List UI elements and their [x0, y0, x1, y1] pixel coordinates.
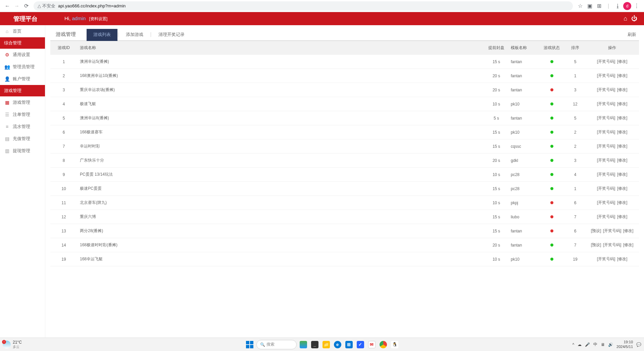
tabs: 游戏列表 添加游戏 清理开奖记录: [87, 29, 191, 40]
cell-name: 168极速赛车: [77, 125, 485, 139]
sidebar-section-general[interactable]: 综合管理: [0, 37, 45, 49]
sidebar-withdraw-mgmt[interactable]: ▥ 提现管理: [0, 145, 45, 157]
tab-clear-records[interactable]: 清理开奖记录: [152, 29, 191, 41]
cell-id: 6: [50, 125, 77, 139]
sidebar-account-mgmt[interactable]: 👤 账户管理: [0, 73, 45, 85]
page-header: 游戏管理 游戏列表 添加游戏 清理开奖记录 刷新: [50, 29, 639, 41]
power-icon[interactable]: ⏻: [631, 15, 637, 22]
top-header: 管理平台 Hi, admin [资料设置] ⌂ ⏻: [0, 12, 644, 25]
th-status: 游戏状态: [538, 41, 565, 55]
op-edit[interactable]: [修改]: [623, 243, 634, 247]
cell-ops: [开奖号码] [修改]: [585, 196, 639, 210]
op-edit[interactable]: [修改]: [617, 257, 628, 261]
sidebar-flow-mgmt[interactable]: ≡ 流水管理: [0, 121, 45, 133]
sidebar-item-label: 管理员管理: [13, 64, 35, 70]
op-preset[interactable]: [预设]: [591, 228, 601, 233]
sidebar-admin-mgmt[interactable]: 👥 管理员管理: [0, 61, 45, 73]
cell-name: 168幸运飞艇: [77, 252, 485, 266]
table-row: 4极速飞艇10 spk1012[开奖号码] [修改]: [50, 97, 639, 111]
op-lottery[interactable]: [开奖号码]: [597, 200, 615, 205]
cell-id: 13: [50, 224, 77, 238]
greeting: Hi, admin [资料设置]: [64, 15, 107, 22]
cell-ops: [开奖号码] [修改]: [585, 210, 639, 224]
op-edit[interactable]: [修改]: [617, 200, 628, 205]
browser-chrome: ← → ⟳ △ 不安全 api.yao666.cc/index.php?m=ad…: [0, 0, 644, 12]
sidebar-home[interactable]: ⌂ 首页: [0, 25, 45, 37]
op-edit[interactable]: [修改]: [617, 214, 628, 219]
op-lottery[interactable]: [开奖号码]: [597, 73, 615, 78]
op-edit[interactable]: [修改]: [617, 59, 628, 64]
cell-close: 10 s: [485, 97, 508, 111]
cell-name: 幸运时时彩: [77, 139, 485, 153]
sidebar-general-settings[interactable]: ⚙ 通用设置: [0, 49, 45, 61]
op-lottery[interactable]: [开奖号码]: [597, 172, 615, 177]
cell-name: 极速PC蛋蛋: [77, 182, 485, 196]
op-lottery[interactable]: [开奖号码]: [597, 101, 615, 106]
grid-icon: ▦: [4, 100, 10, 105]
tab-add-game[interactable]: 添加游戏: [119, 29, 150, 41]
cell-sort: 3: [565, 83, 585, 97]
sidebar-order-mgmt[interactable]: ☰ 注单管理: [0, 108, 45, 121]
sidebar-game-mgmt[interactable]: ▦ 游戏管理: [0, 96, 45, 108]
op-edit[interactable]: [修改]: [617, 158, 628, 163]
withdraw-icon: ▥: [4, 148, 10, 153]
forward-button[interactable]: →: [12, 1, 21, 11]
extension-icon[interactable]: ▣: [585, 1, 594, 11]
op-lottery[interactable]: [开奖号码]: [597, 257, 615, 261]
op-edit[interactable]: [修改]: [617, 186, 628, 191]
reload-button[interactable]: ⟳: [21, 1, 31, 11]
op-lottery[interactable]: [开奖号码]: [597, 116, 615, 120]
cell-tpl: fantan: [508, 83, 538, 97]
op-lottery[interactable]: [开奖号码]: [597, 186, 615, 191]
status-dot-icon: [550, 229, 553, 232]
profile-avatar[interactable]: d: [623, 1, 632, 11]
sidebar-section-game[interactable]: 游戏管理: [0, 85, 45, 96]
status-dot-icon: [550, 159, 553, 162]
op-edit[interactable]: [修改]: [623, 228, 634, 233]
table-row: 9PC蛋蛋 13/14玩法10 spc284[开奖号码] [修改]: [50, 168, 639, 182]
op-lottery[interactable]: [开奖号码]: [597, 130, 615, 134]
op-lottery[interactable]: [开奖号码]: [597, 59, 615, 64]
op-lottery[interactable]: [开奖号码]: [597, 158, 615, 163]
cell-ops: [开奖号码] [修改]: [585, 153, 639, 168]
op-lottery[interactable]: [开奖号码]: [597, 87, 615, 92]
cell-sort: 7: [565, 210, 585, 224]
home-icon[interactable]: ⌂: [624, 15, 627, 22]
op-edit[interactable]: [修改]: [617, 130, 628, 134]
op-edit[interactable]: [修改]: [617, 144, 628, 148]
cell-id: 5: [50, 111, 77, 125]
op-edit[interactable]: [修改]: [617, 73, 628, 78]
th-id: 游戏ID: [50, 41, 77, 55]
menu-icon[interactable]: ⋮: [632, 1, 641, 11]
op-lottery[interactable]: [开奖号码]: [597, 214, 615, 219]
deposit-icon: ▤: [4, 136, 10, 141]
cell-name: 168澳洲幸运10(番摊): [77, 69, 485, 83]
refresh-button[interactable]: 刷新: [625, 29, 639, 40]
greeting-user[interactable]: admin: [72, 15, 86, 21]
download-icon[interactable]: ⭳: [613, 1, 623, 11]
address-bar[interactable]: △ 不安全 api.yao666.cc/index.php?m=admin: [34, 1, 573, 11]
op-edit[interactable]: [修改]: [617, 101, 628, 106]
star-icon[interactable]: ☆: [576, 1, 585, 11]
sidebar-item-label: 账户管理: [13, 76, 30, 82]
puzzle-icon[interactable]: ⊞: [594, 1, 604, 11]
op-edit[interactable]: [修改]: [617, 87, 628, 92]
th-close: 提前封盘: [485, 41, 508, 55]
back-button[interactable]: ←: [3, 1, 12, 11]
op-lottery[interactable]: [开奖号码]: [603, 228, 622, 233]
tab-game-list[interactable]: 游戏列表: [87, 29, 117, 41]
cell-tpl: pc28: [508, 168, 538, 182]
op-edit[interactable]: [修改]: [617, 172, 628, 177]
op-lottery[interactable]: [开奖号码]: [603, 243, 622, 247]
op-lottery[interactable]: [开奖号码]: [597, 144, 615, 148]
cell-status: [538, 55, 565, 69]
page-title: 游戏管理: [50, 29, 81, 40]
sidebar-deposit-mgmt[interactable]: ▤ 充值管理: [0, 133, 45, 145]
op-preset[interactable]: [预设]: [591, 243, 601, 247]
cell-sort: 1: [565, 182, 585, 196]
op-edit[interactable]: [修改]: [617, 116, 628, 120]
table-row: 5澳洲幸运8(番摊)5 sfantan5[开奖号码] [修改]: [50, 111, 639, 125]
greeting-subtitle[interactable]: [资料设置]: [89, 16, 108, 21]
cell-ops: [开奖号码] [修改]: [585, 111, 639, 125]
content: 游戏管理 游戏列表 添加游戏 清理开奖记录 刷新 游戏ID 游戏名称 提前封盘 …: [45, 25, 644, 338]
